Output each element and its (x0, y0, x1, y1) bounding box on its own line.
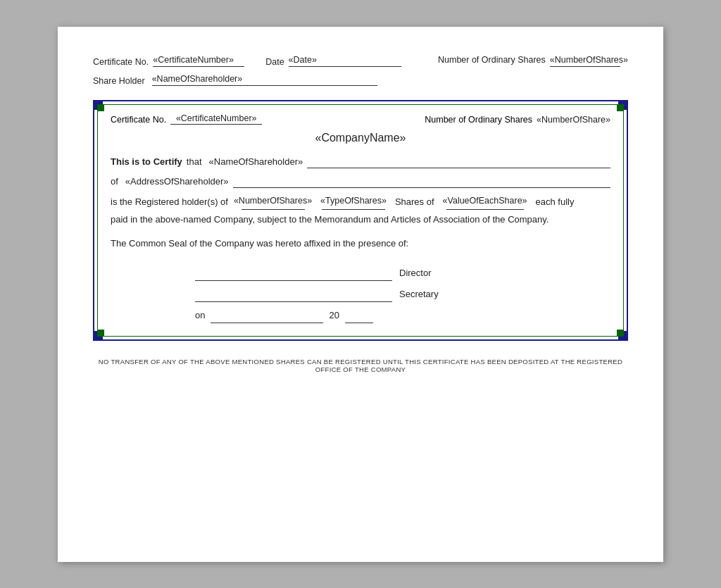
seal-line: The Common Seal of the Company was heret… (111, 236, 610, 251)
top-cert-no-label: Certificate No. (93, 57, 149, 67)
certify-that: that (187, 154, 202, 170)
top-cert-no-group: Certificate No. «CertificateNumber» (93, 55, 244, 67)
cert-shares-label-inner: Number of Ordinary Shares (425, 115, 532, 125)
cert-header-row: Certificate No. «CertificateNumber» Numb… (111, 113, 610, 125)
secretary-sig-row: Secretary (195, 287, 610, 302)
shareholder-name: «NameOfShareholder» (209, 154, 303, 170)
address-value: «AddressOfShareholder» (125, 174, 229, 189)
cert-no-label-inner: Certificate No. (111, 115, 166, 125)
year-label: 20 (329, 308, 339, 323)
cert-body: This is to Certify that «NameOfSharehold… (111, 154, 610, 324)
top-date-label: Date (265, 57, 284, 67)
date-line: on 20 (195, 308, 610, 323)
top-shareholder-label: Share Holder (93, 76, 145, 86)
cert-no-value-inner: «CertificateNumber» (176, 113, 257, 123)
top-shares-value: «NumberOfShares» (550, 55, 628, 65)
is-registered-text: is the Registered holder(s) of (111, 194, 228, 210)
year-field (345, 323, 373, 323)
top-date-value: «Date» (289, 55, 317, 65)
certificate-box: Certificate No. «CertificateNumber» Numb… (93, 100, 628, 342)
certify-line: This is to Certify that «NameOfSharehold… (111, 154, 610, 170)
paid-line: paid in the above-named Company, subject… (111, 213, 610, 227)
registered-line: is the Registered holder(s) of «NumberOf… (111, 194, 610, 210)
secretary-sig-line (195, 301, 392, 302)
of-label: of (111, 174, 118, 189)
top-shares-group: Number of Ordinary Shares «NumberOfShare… (438, 55, 628, 67)
top-fields-row2: Share Holder «NameOfShareholder» (93, 74, 628, 86)
shares-of-text: Shares of (395, 194, 434, 210)
top-fields-row1: Certificate No. «CertificateNumber» Date… (93, 55, 628, 67)
footer-text: NO TRANSFER OF ANY OF THE ABOVE MENTIONE… (93, 358, 628, 373)
value-each-field: «ValueOfEachShare» (443, 194, 527, 208)
of-address-line: of «AddressOfShareholder» (111, 174, 610, 189)
top-shares-label: Number of Ordinary Shares (438, 55, 546, 65)
date-field (211, 323, 323, 323)
director-sig-line (195, 280, 392, 281)
paid-line-text: paid in the above-named Company, subject… (111, 214, 548, 225)
director-sig-row: Director (195, 265, 610, 281)
cert-shares-value-inner: «NumberOfShare» (537, 115, 610, 125)
type-shares-field: «TypeOfShares» (320, 194, 387, 208)
seal-line-text: The Common Seal of the Company was heret… (111, 238, 408, 249)
green-corner-tr (617, 104, 624, 111)
cert-header-left: Certificate No. «CertificateNumber» (111, 113, 262, 125)
cert-header-right: Number of Ordinary Shares «NumberOfShare… (425, 115, 610, 125)
company-name-text: «CompanyName» (315, 132, 406, 144)
signatures-section: Director Secretary on 20 (195, 265, 610, 323)
green-corner-bl (97, 330, 104, 337)
top-shareholder-value: «NameOfShareholder» (152, 74, 243, 84)
secretary-label: Secretary (399, 287, 439, 302)
each-fully-text: each fully (536, 194, 575, 210)
top-date-group: Date «Date» (265, 55, 401, 67)
top-cert-no-value: «CertificateNumber» (153, 55, 234, 65)
certify-bold: This is to Certify (111, 154, 182, 170)
number-shares-field: «NumberOfShares» (234, 194, 312, 208)
document-page: Certificate No. «CertificateNumber» Date… (58, 27, 663, 562)
on-label: on (195, 308, 205, 323)
green-corner-br (617, 330, 624, 337)
company-name: «CompanyName» (111, 132, 610, 144)
director-label: Director (399, 265, 432, 281)
green-corner-tl (97, 104, 104, 111)
certificate-inner-box: Certificate No. «CertificateNumber» Numb… (97, 104, 624, 337)
